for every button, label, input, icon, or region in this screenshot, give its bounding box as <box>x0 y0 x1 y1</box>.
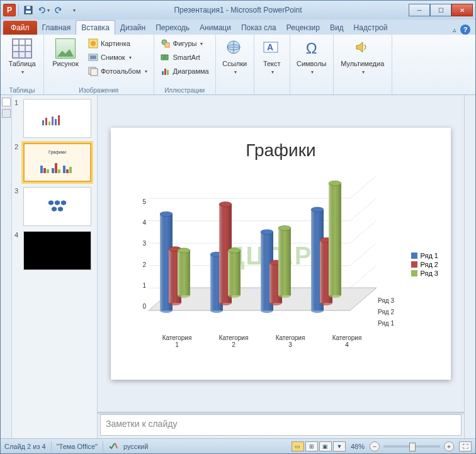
svg-rect-24 <box>55 119 57 125</box>
undo-icon[interactable]: ▾ <box>37 3 50 17</box>
chart-depth-axis: Ряд 3Ряд 2Ряд 1 <box>378 295 394 329</box>
svg-text:A: A <box>267 42 273 52</box>
outline-tabs <box>1 95 12 438</box>
svg-line-43 <box>350 265 377 288</box>
svg-rect-23 <box>52 116 54 125</box>
svg-line-45 <box>350 242 377 265</box>
media-button[interactable]: Мультимедиа▾ <box>337 37 388 77</box>
thumbnail-4[interactable]: 4 <box>14 231 94 270</box>
thumbnail-3[interactable]: 3 <box>14 187 94 226</box>
qat-customize-icon[interactable]: ▾ <box>67 3 81 17</box>
chart: ДЦО.РФ 012345 Категория1Категория2Катего… <box>123 167 438 367</box>
photoalbum-button[interactable]: Фотоальбом▾ <box>86 65 150 77</box>
maximize-button[interactable]: ☐ <box>430 4 451 16</box>
tab-transitions[interactable]: Переходь <box>150 21 195 35</box>
file-tab[interactable]: Файл <box>3 21 37 35</box>
sorter-view-button[interactable]: ⊞ <box>305 441 318 451</box>
close-button[interactable]: ✕ <box>451 4 473 16</box>
svg-rect-11 <box>161 55 164 60</box>
links-button[interactable]: Ссылки▾ <box>220 37 250 77</box>
minimize-button[interactable]: ─ <box>409 4 430 16</box>
tab-view[interactable]: Вид <box>325 21 349 35</box>
help-icon[interactable]: ? <box>460 25 470 35</box>
quick-access-toolbar: P ▾ ▾ <box>3 3 81 17</box>
group-text: A Текст▾ <box>254 35 290 94</box>
thumbnail-2[interactable]: 2 Графики <box>14 143 94 182</box>
svg-rect-15 <box>167 70 169 75</box>
svg-line-51 <box>350 176 377 198</box>
svg-point-91 <box>311 207 324 212</box>
svg-rect-21 <box>45 118 47 125</box>
chart-y-axis: 012345 <box>133 198 146 310</box>
clipart-button[interactable]: Картинка <box>86 37 150 50</box>
picture-button[interactable]: Рисунок <box>48 37 83 69</box>
tab-review[interactable]: Рецензир <box>281 21 325 35</box>
svg-rect-12 <box>165 55 168 60</box>
tab-insert[interactable]: Вставка <box>76 20 115 35</box>
text-button[interactable]: A Текст▾ <box>258 37 286 77</box>
group-images: Рисунок Картинка Снимок▾ Фотоальбом▾ Изо… <box>44 35 154 94</box>
window-controls: ─ ☐ ✕ <box>409 4 473 16</box>
tab-slideshow[interactable]: Показ сла <box>236 21 281 35</box>
zoom-level[interactable]: 48% <box>351 443 365 450</box>
outline-tab-icon[interactable] <box>2 109 11 118</box>
speaker-icon <box>353 38 373 59</box>
svg-rect-33 <box>66 169 69 173</box>
table-icon <box>12 38 32 59</box>
slides-tab-icon[interactable] <box>2 98 11 106</box>
screenshot-button[interactable]: Снимок▾ <box>86 51 150 64</box>
app-window: P ▾ ▾ Презентация1 - Microsoft PowerPoin… <box>0 0 476 454</box>
svg-rect-6 <box>90 55 96 59</box>
ribbon-minimize-icon[interactable]: ▵ <box>453 26 456 34</box>
tab-animations[interactable]: Анимаци <box>195 21 236 35</box>
chart-button[interactable]: Диаграмма <box>158 65 212 77</box>
svg-rect-30 <box>55 163 57 173</box>
slideshow-button[interactable]: ▼ <box>333 441 346 451</box>
smartart-icon <box>161 52 171 62</box>
textbox-icon: A <box>262 38 282 59</box>
svg-marker-38 <box>52 207 57 212</box>
zoom-slider[interactable] <box>383 445 440 448</box>
group-label-illustrations: Иллюстрации <box>158 86 212 94</box>
tab-addins[interactable]: Надстрой <box>349 21 393 35</box>
tab-design[interactable]: Дизайн <box>115 21 150 35</box>
zoom-out-button[interactable]: − <box>370 441 380 451</box>
chart-legend: Ряд 1Ряд 2Ряд 3 <box>411 251 438 278</box>
picture-icon <box>55 38 76 59</box>
smartart-button[interactable]: SmartArt <box>158 51 212 64</box>
hyperlink-icon <box>225 38 245 59</box>
save-icon[interactable] <box>21 3 35 17</box>
window-title: Презентация1 - Microsoft PowerPoint <box>174 6 302 14</box>
vertical-scrollbar[interactable] <box>464 95 475 438</box>
symbols-button[interactable]: Ω Символы▾ <box>294 37 329 77</box>
status-language[interactable]: русский <box>123 443 148 450</box>
spellcheck-icon[interactable] <box>108 441 118 451</box>
chart-x-axis: Категория1Категория2Категория3Категория4 <box>149 334 375 348</box>
slide: Графики ДЦО.РФ 012345 Категория1Категори… <box>111 128 451 380</box>
ribbon-tabs: Файл Главная Вставка Дизайн Переходь Ани… <box>1 20 475 35</box>
svg-rect-34 <box>69 167 72 173</box>
svg-rect-62 <box>178 250 190 295</box>
shapes-button[interactable]: Фигуры▾ <box>158 37 212 50</box>
redo-icon[interactable] <box>52 3 65 17</box>
notes-pane[interactable]: Заметки к слайду <box>100 414 462 436</box>
thumbnail-1[interactable]: 1 <box>14 99 94 138</box>
svg-rect-20 <box>42 120 44 125</box>
normal-view-button[interactable]: ▭ <box>292 441 304 451</box>
slide-title: Графики <box>123 140 438 161</box>
svg-point-99 <box>329 181 341 186</box>
legend-item: Ряд 2 <box>411 261 438 268</box>
table-button[interactable]: Таблица▾ <box>4 37 40 77</box>
fit-to-window-button[interactable]: ⛶ <box>459 441 472 451</box>
zoom-in-button[interactable]: + <box>444 441 454 451</box>
svg-marker-37 <box>61 200 66 205</box>
svg-marker-35 <box>48 200 54 205</box>
svg-marker-39 <box>58 207 63 212</box>
tab-home[interactable]: Главная <box>37 21 76 35</box>
svg-point-63 <box>178 247 190 253</box>
statusbar: Слайд 2 из 4 "Тема Office" русский ▭ ⊞ ▣… <box>1 438 475 453</box>
reading-view-button[interactable]: ▣ <box>319 441 332 451</box>
powerpoint-logo-icon: P <box>3 4 16 16</box>
slide-canvas[interactable]: Графики ДЦО.РФ 012345 Категория1Категори… <box>98 95 464 412</box>
svg-rect-98 <box>329 183 341 295</box>
